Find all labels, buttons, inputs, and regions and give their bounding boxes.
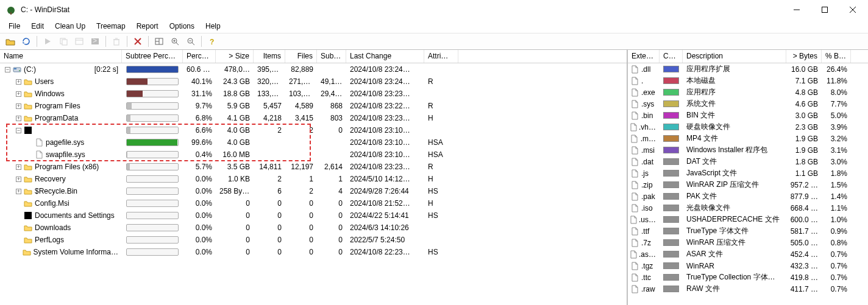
expand-icon[interactable]: + (16, 164, 21, 170)
minimize-button[interactable] (783, 1, 811, 19)
menu-options[interactable]: Options (165, 21, 199, 32)
refresh-icon[interactable] (20, 35, 33, 48)
ext-row[interactable]: .exe应用程序4.8 GB8.0% (628, 86, 868, 98)
ext-pct: 1.1% (822, 204, 851, 212)
tree-row[interactable]: PerfLogs0.0%00002022/5/7 5:24:50 (0, 234, 627, 246)
explorer-icon[interactable] (73, 35, 86, 48)
ext-desc: 系统文件 (683, 99, 786, 109)
ext-row[interactable]: .sys系统文件4.6 GB7.7% (628, 98, 868, 110)
ext-bytes: 505.0 … (786, 239, 822, 247)
drive-icon (13, 65, 21, 74)
tree-row[interactable]: Documents and Settings0.0%00002024/4/22 … (0, 209, 627, 222)
close-button[interactable] (839, 1, 867, 19)
ext-row[interactable]: .datDAT 文件1.8 GB3.0% (628, 156, 868, 167)
tree-row[interactable]: −(C:)[0:22 s]60.6 GB478,0…395,1…82,88920… (0, 63, 627, 75)
open-icon[interactable] (4, 35, 17, 48)
maximize-button[interactable] (811, 1, 839, 19)
collapse-icon[interactable]: − (5, 67, 10, 72)
row-pct: 0.0% (183, 175, 216, 183)
ext-row[interactable]: .dll应用程序扩展16.0 GB26.4% (628, 63, 868, 75)
ext-row[interactable]: .7zWinRAR 压缩文件505.0 …0.8% (628, 237, 868, 248)
tree-row[interactable]: +Program Files (x86)5.7%3.5 GB14,81112,1… (0, 161, 627, 173)
tree-row[interactable]: pagefile.sys99.6%4.0 GB2024/10/8 23:10…H… (0, 136, 627, 149)
trash-icon[interactable] (110, 35, 123, 48)
ext-file-icon (630, 262, 639, 270)
collapse-icon[interactable]: − (16, 128, 21, 133)
tree-row[interactable]: +Windows31.1%18.8 GB133,1…103,7…29,43820… (0, 88, 627, 100)
col-last-change[interactable]: Last Change (346, 50, 424, 63)
row-name: (C:) (24, 65, 36, 74)
row-name: Windows (35, 89, 65, 98)
expand-icon[interactable]: + (16, 189, 21, 194)
delete-icon[interactable] (131, 35, 144, 48)
svg-line-25 (192, 43, 194, 45)
ext-row[interactable]: .us…USHADERPRECACHE 文件600.0 …1.0% (628, 214, 868, 225)
col-subtree-pct[interactable]: Subtree Perce… (122, 50, 183, 63)
ext-rows[interactable]: .dll应用程序扩展16.0 GB26.4%.本地磁盘7.1 GB11.8%.e… (628, 63, 868, 305)
ext-row[interactable]: .msiWindows Installer 程序包1.9 GB3.1% (628, 144, 868, 156)
tree-row[interactable]: +Users40.1%24.3 GB320,3…271,2…49,1492024… (0, 75, 627, 88)
ext-row[interactable]: .ttfTrueType 字体文件581.7 …0.9% (628, 225, 868, 237)
col-bytes[interactable]: > Bytes (786, 50, 822, 63)
ext-pct: 11.8% (822, 77, 851, 85)
row-files: 271,2… (285, 77, 317, 86)
menu-treemap[interactable]: Treemap (91, 21, 130, 32)
row-attr: H (424, 114, 458, 122)
help-icon[interactable]: ? (205, 35, 219, 48)
tree-row[interactable]: swapfile.sys0.4%16.0 MB2024/10/8 23:10…H… (0, 149, 627, 161)
col-color[interactable]: Col… (660, 50, 683, 63)
zoom-out-icon[interactable] (184, 35, 197, 48)
tree-row[interactable]: +Program Files9.7%5.9 GB5,4574,589868202… (0, 100, 627, 112)
col-name[interactable]: Name (0, 50, 122, 63)
copy-icon[interactable] (57, 35, 70, 48)
col-items[interactable]: Items (254, 50, 285, 63)
col-size[interactable]: > Size (216, 50, 254, 63)
zoom-in-icon[interactable] (168, 35, 182, 48)
ext-row[interactable]: .tgzWinRAR432.3 …0.7% (628, 260, 868, 272)
tree-row[interactable]: System Volume Informa…0.0%00002024/10/8 … (0, 246, 627, 258)
tree-rows[interactable]: −(C:)[0:22 s]60.6 GB478,0…395,1…82,88920… (0, 63, 627, 305)
ext-row[interactable]: .m…MP4 文件1.9 GB3.2% (628, 133, 868, 144)
ext-row[interactable]: .iso光盘映像文件668.4 …1.1% (628, 202, 868, 214)
ext-file-icon (630, 285, 639, 293)
menu-file[interactable]: File (4, 21, 25, 32)
col-subdirs[interactable]: Subdi… (317, 50, 346, 63)
ext-row[interactable]: .ttcTrueType Collection 字体…419.8 …0.7% (628, 272, 868, 283)
expand-icon[interactable]: + (16, 103, 21, 109)
tree-row[interactable]: +$Recycle.Bin0.0%258 Bytes6242024/9/28 7… (0, 185, 627, 197)
col-ext[interactable]: Extens… (628, 50, 660, 63)
tree-row[interactable]: −6.6%4.0 GB2202024/10/8 23:10… (0, 124, 627, 136)
expand-icon[interactable]: + (16, 177, 21, 182)
expand-icon[interactable]: + (16, 79, 21, 85)
col-desc[interactable]: Description (683, 50, 786, 63)
console-icon[interactable]: > (88, 35, 102, 48)
expand-icon[interactable]: + (16, 116, 21, 121)
ext-row[interactable]: .rawRAW 文件411.7 …0.7% (628, 283, 868, 295)
menu-report[interactable]: Report (132, 21, 163, 32)
col-files[interactable]: Files (285, 50, 317, 63)
row-pct: 6.8% (183, 114, 216, 122)
ext-row[interactable]: .vh…硬盘映像文件2.3 GB3.9% (628, 121, 868, 133)
expand-icon[interactable]: + (16, 91, 21, 97)
menu-edit[interactable]: Edit (26, 21, 49, 32)
tree-row[interactable]: Config.Msi0.0%00002024/10/8 21:52…H (0, 197, 627, 209)
row-size: 0 (216, 223, 254, 232)
play-icon[interactable] (41, 35, 54, 48)
tree-row[interactable]: +ProgramData6.8%4.1 GB4,2183,4158032024/… (0, 112, 627, 124)
menu-clean-up[interactable]: Clean Up (50, 21, 90, 32)
col-bypct[interactable]: % By… (822, 50, 851, 63)
ext-row[interactable]: .zipWinRAR ZIP 压缩文件957.2 …1.5% (628, 179, 868, 191)
ext-bytes: 16.0 GB (786, 65, 822, 74)
tree-row[interactable]: +Recovery0.0%1.0 KB2112024/5/10 14:12…H (0, 173, 627, 185)
ext-row[interactable]: .as…ASAR 文件452.4 …0.7% (628, 248, 868, 260)
ext-bytes: 581.7 … (786, 227, 822, 236)
ext-row[interactable]: .pakPAK 文件877.9 …1.4% (628, 191, 868, 202)
tree-row[interactable]: Downloads0.0%00002024/6/3 14:10:26 (0, 222, 627, 234)
menu-help[interactable]: Help (201, 21, 226, 32)
treemap-icon[interactable] (152, 35, 166, 48)
ext-row[interactable]: .binBIN 文件3.0 GB5.0% (628, 110, 868, 121)
ext-row[interactable]: .jsJavaScript 文件1.1 GB1.8% (628, 167, 868, 179)
ext-row[interactable]: .本地磁盘7.1 GB11.8% (628, 75, 868, 86)
col-attr[interactable]: Attri… (424, 50, 458, 63)
col-pct[interactable]: Perce… (183, 50, 216, 63)
